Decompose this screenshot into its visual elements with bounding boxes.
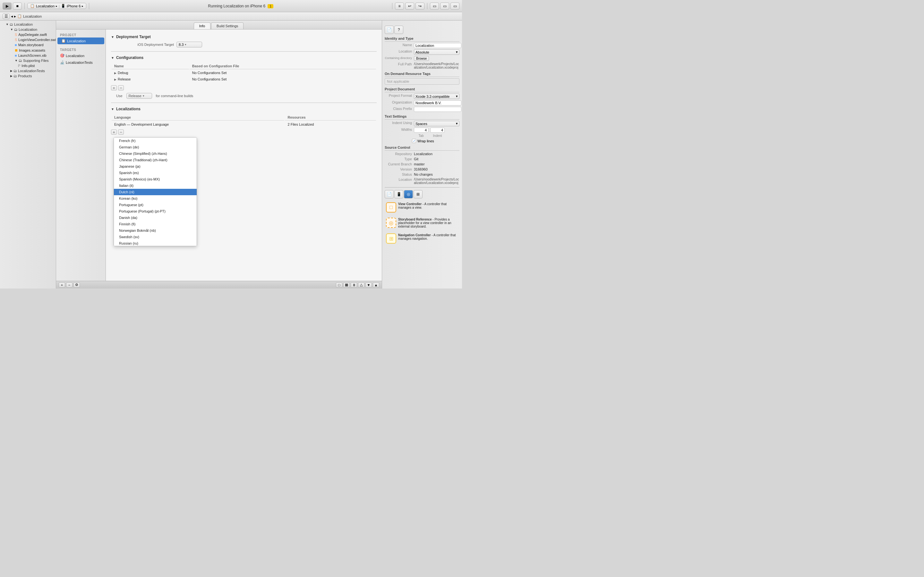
indent-width-input[interactable] [430,127,445,133]
layout-3-btn[interactable]: ▭ [451,3,459,10]
run-button[interactable]: ▶ [3,3,11,10]
rp-location-select[interactable]: Absolute ▾ [414,49,459,55]
nav-group-localization[interactable]: ▼ 🗂 Localization [0,22,56,27]
dropdown-item[interactable]: Japanese (ja) [114,163,197,169]
nav-folder-supporting[interactable]: ▼ 🗂 Supporting Files [0,58,56,63]
config-add-btn[interactable]: + [111,85,117,90]
nav-folder-tests[interactable]: ▶ 🗂 LocalizationTests [0,68,56,73]
bottom-icon-2[interactable]: ▦ [343,282,350,287]
rp-indent-select[interactable]: Spaces ▾ [414,121,459,126]
warning-badge[interactable]: 1 [268,4,273,8]
dropdown-item[interactable]: Dutch (nl) [114,189,197,195]
bottom-remove-btn[interactable]: − [66,282,73,287]
bottom-settings-btn[interactable]: ⚙ [73,282,80,287]
bottom-icon-1[interactable]: □ [336,282,342,287]
proj-icon: 📋 [61,39,66,43]
rp-type-row: Type Git [384,157,459,161]
rp-class-prefix-input[interactable] [414,107,461,112]
deployment-section-header[interactable]: ▼ Deployment Target [111,35,376,39]
dropdown-item[interactable]: Italian (it) [114,182,197,189]
ios-deployment-select[interactable]: 8.3 ▾ [176,42,202,47]
config-add-remove: + − [111,85,376,90]
config-remove-btn[interactable]: − [118,85,124,90]
loc-add-btn[interactable]: + [111,129,117,135]
help-tab[interactable]: ? [394,26,403,34]
proj-target-tests[interactable]: 🔬 LocalizationTests [56,59,105,66]
breadcrumb-arrow-right[interactable]: ▸ [14,14,16,19]
dropdown-item[interactable]: French (fr) [114,137,197,144]
dropdown-item[interactable]: Swedish (sv) [114,234,197,240]
rp-format-select[interactable]: Xcode 3.2-compatible ▾ [414,93,459,99]
layout-icon-tab[interactable]: ⊞ [414,190,423,198]
breadcrumb-arrow-left[interactable]: ◂ [11,14,13,19]
disclosure-arrow-4: ▶ [10,69,13,73]
disclosure-release[interactable]: ▶ [114,78,116,81]
rp-branch-label: Current Branch [384,162,412,166]
localizations-section-header[interactable]: ▼ Localizations [111,107,376,111]
nav-folder-products[interactable]: ▶ 🗂 Products [0,73,56,79]
localizations-table: Language Resources English — Development… [111,114,376,128]
dropdown-item[interactable]: Portuguese (pt) [114,201,197,208]
browse-btn[interactable]: Browse [414,56,429,61]
rp-org-input[interactable] [414,100,461,105]
scheme-selector[interactable]: 📋 Localization ▸ | 📱 iPhone 6 ▸ [27,3,86,9]
rp-widths-inputs [414,127,445,133]
tab-info[interactable]: Info [194,23,210,29]
stop-button[interactable]: ■ [13,3,22,10]
nav-folder-localization[interactable]: ▼ 🗂 Localization [0,27,56,32]
rp-name-label: Name [384,43,412,48]
dropdown-item[interactable]: Danish (da) [114,214,197,221]
nav-item-images[interactable]: ◼ Images.xcassets [0,47,56,53]
nav-item-main-storyboard[interactable]: ■ Main.storyboard [0,42,56,47]
loc-remove-btn[interactable]: − [118,129,124,135]
dropdown-item[interactable]: Russian (ru) [114,240,197,246]
file-inspector-tab[interactable]: 📄 [384,26,394,34]
rp-containing-browse[interactable]: Browse [414,56,459,61]
nav-item-loginvc[interactable]: S LoginViewController.swift [0,37,56,42]
folder-icon-5: 🗂 [13,74,17,78]
project-nav-panel: PROJECT 📋 Localization TARGETS 🎯 Localiz… [56,29,106,281]
bottom-icon-5[interactable]: ▼ [365,282,372,287]
phone-icon-tab[interactable]: 📱 [394,190,403,198]
dropdown-item[interactable]: Spanish (Mexico) (es-MX) [114,176,197,182]
disclosure-debug[interactable]: ▶ [114,71,116,75]
navigator-toggle-btn[interactable]: ☰ [3,13,10,19]
vc-icon-symbol: □ [389,205,393,210]
dropdown-item[interactable]: Norwegian Bokmål (nb) [114,227,197,234]
vc-icon-tab[interactable]: ◎ [404,190,413,198]
nav-item-launchscreen[interactable]: ■ LaunchScreen.xib [0,53,56,58]
dropdown-item[interactable]: Spanish (es) [114,169,197,176]
wrap-lines-checkbox[interactable]: ✓ [412,139,416,143]
layout-1-btn[interactable]: ▭ [430,3,439,10]
dropdown-item[interactable]: Korean (ko) [114,195,197,201]
proj-item-localization[interactable]: 📋 Localization [57,37,104,44]
proj-target-localization[interactable]: 🎯 Localization [56,52,105,59]
nav-item-appdelegate[interactable]: S AppDelegate.swift [0,32,56,37]
dropdown-item[interactable]: German (de) [114,144,197,150]
bottom-icon-3[interactable]: ⏸ [351,282,357,287]
dropdown-item[interactable]: Chinese (Simplified) (zh-Hans) [114,150,197,157]
tab-build-settings[interactable]: Build Settings [211,23,244,29]
file-icon-tab[interactable]: 📄 [384,190,394,198]
nav-item-infoplist[interactable]: P Info.plist [0,63,56,68]
use-select[interactable]: Release ▾ [126,93,152,99]
back-btn[interactable]: ↩ [405,3,414,10]
forward-btn[interactable]: ↪ [415,3,425,10]
bottom-add-btn[interactable]: + [59,282,65,287]
layout-2-btn[interactable]: ▭ [440,3,449,10]
loc-col-language: Language [111,114,284,121]
assets-icon: ◼ [15,48,18,52]
bottom-icon-6[interactable]: ▲ [373,282,379,287]
rp-name-input[interactable] [414,43,461,48]
dropdown-item[interactable]: Chinese (Traditional) (zh-Hant) [114,157,197,163]
configurations-section-header[interactable]: ▼ Configurations [111,55,376,60]
use-row: Use Release ▾ for command-line builds [116,93,376,99]
dropdown-item[interactable]: Finnish (fi) [114,221,197,227]
rp-version-label: Version [384,167,412,171]
rp-format-arrow: ▾ [456,94,458,98]
standard-editor-btn[interactable]: ≡ [395,3,404,10]
dropdown-item[interactable]: Portuguese (Portugal) (pt-PT) [114,208,197,214]
tab-width-input[interactable] [414,127,428,133]
language-dropdown-list[interactable]: French (fr)German (de)Chinese (Simplifie… [113,137,197,246]
bottom-icon-4[interactable]: △ [358,282,365,287]
